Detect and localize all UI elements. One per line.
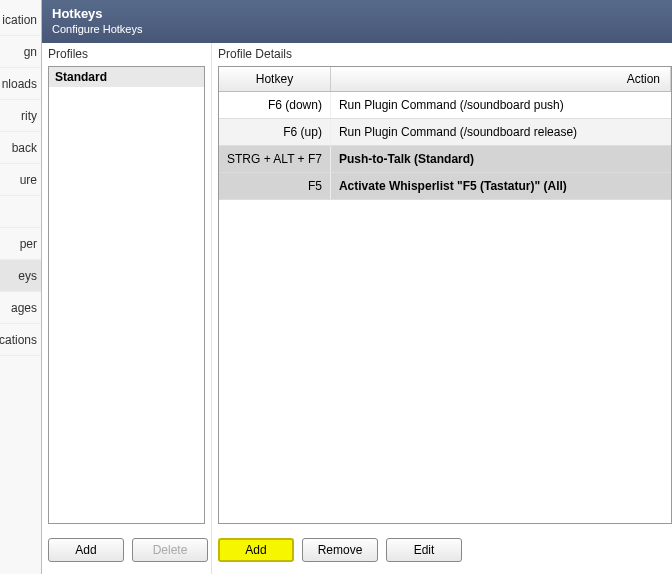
sidebar-item-8[interactable]: eys — [0, 260, 41, 292]
profile-delete-button[interactable]: Delete — [132, 538, 208, 562]
action-cell: Run Plugin Command (/soundboard release) — [330, 119, 670, 146]
hotkey-table-wrap: Hotkey Action F6 (down) Run Plugin Comma… — [218, 66, 672, 524]
details-column: Profile Details Hotkey Action F6 (down) — [212, 43, 672, 530]
action-cell: Push-to-Talk (Standard) — [330, 146, 670, 173]
sidebar-item-6[interactable] — [0, 196, 41, 228]
hotkey-cell: F5 — [219, 173, 330, 200]
action-cell: Run Plugin Command (/soundboard push) — [330, 92, 670, 119]
profiles-list[interactable]: Standard — [48, 66, 205, 524]
profiles-column: Profiles Standard — [42, 43, 212, 530]
table-row[interactable]: F6 (down) Run Plugin Command (/soundboar… — [219, 92, 671, 119]
sidebar-item-9[interactable]: ages — [0, 292, 41, 324]
page-header: Hotkeys Configure Hotkeys — [42, 0, 672, 43]
details-label: Profile Details — [212, 43, 672, 64]
hotkey-add-button[interactable]: Add — [218, 538, 294, 562]
table-row[interactable]: F5 Activate Whisperlist "F5 (Tastatur)" … — [219, 173, 671, 200]
hotkey-remove-button[interactable]: Remove — [302, 538, 378, 562]
hotkey-edit-button[interactable]: Edit — [386, 538, 462, 562]
sidebar: ication gn nloads rity back ure per eys … — [0, 0, 42, 574]
action-cell: Activate Whisperlist "F5 (Tastatur)" (Al… — [330, 173, 670, 200]
table-row[interactable]: STRG + ALT + F7 Push-to-Talk (Standard) — [219, 146, 671, 173]
sidebar-item-1[interactable]: gn — [0, 36, 41, 68]
hotkey-cell: F6 (down) — [219, 92, 330, 119]
profile-add-button[interactable]: Add — [48, 538, 124, 562]
sidebar-item-5[interactable]: ure — [0, 164, 41, 196]
sidebar-item-2[interactable]: nloads — [0, 68, 41, 100]
page-title: Hotkeys — [52, 6, 662, 21]
table-row[interactable]: F6 (up) Run Plugin Command (/soundboard … — [219, 119, 671, 146]
hotkey-table: Hotkey Action F6 (down) Run Plugin Comma… — [219, 67, 671, 200]
bottom-button-row: Add Delete Add Remove Edit — [42, 530, 672, 574]
col-action[interactable]: Action — [330, 67, 670, 92]
hotkey-cell: STRG + ALT + F7 — [219, 146, 330, 173]
sidebar-item-3[interactable]: rity — [0, 100, 41, 132]
profile-item[interactable]: Standard — [49, 67, 204, 87]
col-hotkey[interactable]: Hotkey — [219, 67, 330, 92]
hotkey-cell: F6 (up) — [219, 119, 330, 146]
sidebar-item-4[interactable]: back — [0, 132, 41, 164]
sidebar-item-0[interactable]: ication — [0, 4, 41, 36]
profiles-label: Profiles — [42, 43, 211, 64]
sidebar-item-7[interactable]: per — [0, 228, 41, 260]
page-subtitle: Configure Hotkeys — [52, 23, 662, 35]
sidebar-item-10[interactable]: ications — [0, 324, 41, 356]
